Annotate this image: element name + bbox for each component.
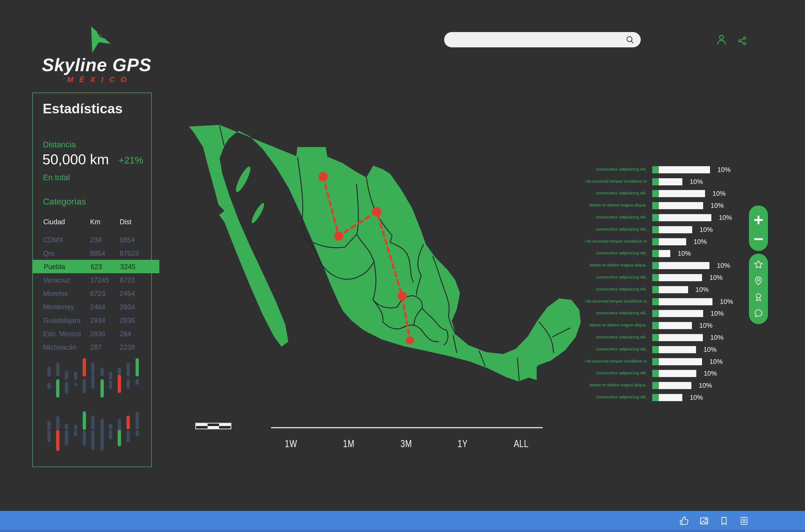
table-cell: Edo. Mexico <box>43 330 81 338</box>
metric-value: 10% <box>709 358 723 365</box>
candle-bar <box>136 379 139 385</box>
map-zoom-control: + − <box>748 205 769 252</box>
route-waypoint-dot <box>398 291 407 301</box>
candle-bar <box>65 371 68 380</box>
metric-label: consectetur adipisicing elit, <box>585 227 647 233</box>
timeline-range-1m[interactable]: 1M <box>343 438 354 450</box>
metric-bar <box>652 178 682 185</box>
metric-bar <box>652 346 696 353</box>
candle-bar <box>100 431 104 451</box>
metric-label: labore et dolore magna aliqua. <box>585 203 647 209</box>
metric-value: 10% <box>699 322 712 329</box>
metric-value: 10% <box>699 226 713 233</box>
metric-label: consectetur adipisicing elit, <box>585 395 647 401</box>
bookmark-icon[interactable] <box>719 516 729 526</box>
metric-label: consectetur adipisicing elit, <box>585 191 647 196</box>
table-row[interactable]: Edo. Mexico2836284 <box>32 327 161 340</box>
metrics-bar-chart: consectetur adipisicing elit,10%sed do e… <box>585 164 749 404</box>
metric-label: sed do eiusmod tempor incididunt ut <box>585 179 647 185</box>
star-icon[interactable] <box>753 259 764 270</box>
candle-bar <box>109 424 112 430</box>
candle-bar <box>65 424 68 429</box>
candle-bar <box>118 375 121 393</box>
metric-label: labore et dolore magna aliqua. <box>585 263 647 269</box>
share-icon[interactable] <box>737 36 748 46</box>
categories-table-header: Ciudad Km Dist <box>32 218 152 227</box>
table-row[interactable]: Monterrey24642934 <box>32 300 161 314</box>
candle-bar <box>65 382 68 394</box>
chat-icon[interactable] <box>753 308 764 319</box>
table-row[interactable]: Puebla6233245 <box>33 260 159 273</box>
metric-label: consectetur adipisicing elit, <box>585 167 647 173</box>
skyline-gps-dashboard: { "brand": { "title": "Skyline GPS", "re… <box>0 0 805 532</box>
candle-bar <box>83 431 86 446</box>
image-icon[interactable] <box>699 516 709 526</box>
metric-row: consectetur adipisicing elit,10% <box>585 188 749 200</box>
column-header-km: Km <box>90 218 100 226</box>
route-waypoint-dot <box>406 336 414 344</box>
table-cell: Monterrey <box>43 303 74 311</box>
table-cell: 8854 <box>120 236 135 244</box>
distance-sublabel: En total <box>43 173 70 182</box>
candle-bar <box>56 430 59 451</box>
table-row[interactable]: Guadalajara29342836 <box>32 314 161 327</box>
table-cell: 2238 <box>120 343 135 351</box>
search-bar[interactable] <box>444 32 641 48</box>
user-icon[interactable] <box>715 33 728 46</box>
table-cell: 8723 <box>120 276 135 284</box>
candle-bar <box>74 431 77 436</box>
table-cell: 2836 <box>120 316 135 324</box>
zoom-out-button[interactable]: − <box>749 230 768 248</box>
metric-label: consectetur adipisicing elit, <box>585 370 647 377</box>
award-icon[interactable] <box>753 292 764 302</box>
metric-value: 10% <box>690 394 703 401</box>
candle-bar <box>74 383 77 386</box>
metric-row: consectetur adipisicing elit,10% <box>585 331 749 344</box>
location-pin-icon[interactable] <box>753 276 764 286</box>
table-row[interactable]: CDMX2348854 <box>32 233 161 246</box>
timeline-range-1y[interactable]: 1Y <box>458 438 468 450</box>
panel-title: Estadísticas <box>43 101 123 117</box>
metric-row: consectetur adipisicing elit,10% <box>585 368 749 380</box>
map-tools-control <box>748 253 769 325</box>
brand-title: Skyline GPS <box>32 56 161 74</box>
categories-title: Categorías <box>43 196 86 207</box>
metric-label: consectetur adipisicing elit, <box>585 347 647 353</box>
route-waypoint-dot <box>334 231 343 241</box>
candlestick-chart-1 <box>44 356 140 400</box>
table-cell: Morelos <box>43 289 68 297</box>
table-row[interactable]: Michoacán2872238 <box>32 340 161 354</box>
timeline-range-1w[interactable]: 1W <box>285 438 297 450</box>
search-icon[interactable] <box>626 35 635 44</box>
mexico-map[interactable] <box>178 118 583 389</box>
distance-label: Distancia <box>43 140 76 149</box>
metric-bar <box>652 190 705 197</box>
candle-bar <box>83 379 86 394</box>
note-icon[interactable] <box>739 516 749 526</box>
table-row[interactable]: Morelos87232464 <box>32 287 161 300</box>
timeline-range-all[interactable]: ALL <box>514 438 529 450</box>
candle-bar <box>47 431 51 442</box>
metric-label: sed do eiusmod tempor incididunt ut <box>585 359 647 365</box>
metric-row: sed do eiusmod tempor incididunt ut10% <box>585 296 749 308</box>
metric-value: 10% <box>711 310 724 317</box>
table-cell: Veracruz <box>43 276 70 284</box>
search-input[interactable] <box>444 36 626 44</box>
metric-bar <box>652 358 702 365</box>
candle-bar <box>74 372 77 380</box>
table-row[interactable]: Veracruz172458723 <box>32 273 161 287</box>
candle-bar <box>91 431 94 450</box>
candle-bar <box>74 424 77 430</box>
zoom-in-button[interactable]: + <box>749 211 768 228</box>
metric-value: 10% <box>719 214 732 222</box>
bottom-toolbar <box>0 511 805 532</box>
metric-label: labore et dolore magna aliqua. <box>585 323 647 328</box>
candle-bar <box>118 367 121 375</box>
thumbs-up-icon[interactable] <box>679 516 689 526</box>
metric-bar <box>652 298 712 305</box>
metric-bar <box>652 274 702 281</box>
metric-label: consectetur adipisicing elit, <box>585 274 647 281</box>
table-row[interactable]: Qro885487623 <box>32 246 161 260</box>
candle-bar <box>109 431 112 439</box>
timeline-range-3m[interactable]: 3M <box>401 438 412 450</box>
